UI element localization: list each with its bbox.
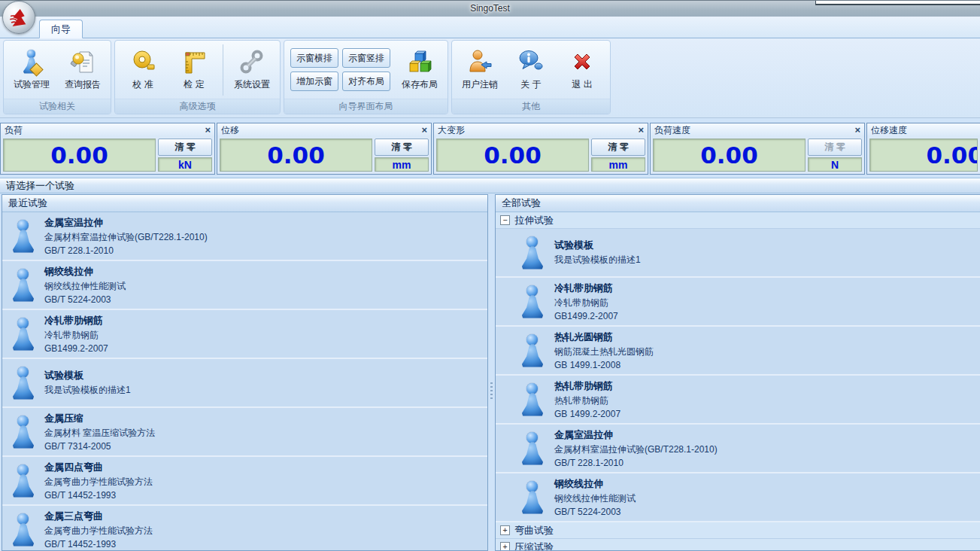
test-standard: GB/T 14452-1993 [44,490,153,501]
tree-node-bending[interactable]: + 弯曲试验 [496,522,980,539]
test-desc: 热轧带肋钢筋 [554,394,620,407]
ruler-icon [181,48,207,75]
clear-zero-button[interactable]: 清 零 [158,139,212,156]
button-label: 关 于 [520,78,541,91]
list-item[interactable]: 金属四点弯曲 金属弯曲力学性能试验方法 GB/T 14452-1993 [2,457,487,506]
add-display-button[interactable]: 增加示窗 [290,72,338,91]
test-title: 试验模板 [554,239,641,252]
list-item[interactable]: 冷轧带肋钢筋 冷轧带肋钢筋 GB1499.2-2007 [2,310,487,359]
test-title: 金属四点弯曲 [44,461,153,474]
tab-wizard[interactable]: 向导 [39,20,83,38]
singotest-window: { "window": { "title": "SingoTest" }, "i… [0,0,980,551]
expand-icon[interactable]: + [500,525,510,535]
test-desc: 金属弯曲力学性能试验方法 [44,525,153,537]
list-item[interactable]: 钢绞线拉伸 钢绞线拉伸性能测试 GB/T 5224-2003 [2,261,487,310]
clear-zero-button[interactable]: 清 零 [591,139,645,156]
test-manage-button[interactable]: 试验管理 [7,46,56,94]
wrench-icon [239,48,265,75]
meter-unit: mm [591,157,645,172]
test-desc: 钢绞线拉伸性能测试 [44,280,126,293]
test-title: 试验模板 [44,369,131,382]
test-desc: 钢筋混凝土热轧光圆钢筋 [554,346,654,358]
pawn-icon [12,416,35,449]
main-panels: 最近试验 金属室温拉伸 金属材料室温拉伸试验(GB/T228.1-2010) G… [0,194,980,551]
group-label: 高级选项 [115,99,280,114]
list-item[interactable]: 金属三点弯曲 金属弯曲力学性能试验方法 GB/T 14452-1993 [2,506,487,551]
app-menu-button[interactable] [2,1,35,34]
meter-title: 负荷 [5,124,23,137]
meter-load: 负荷 × 0.00 清 零 kN [0,123,215,175]
test-standard: GB/T 14452-1993 [44,539,153,549]
clear-zero-button: 清 零 [808,139,862,156]
recent-tests-panel: 最近试验 金属室温拉伸 金属材料室温拉伸试验(GB/T228.1-2010) G… [2,194,488,551]
tree-node-tension[interactable]: − 拉伸试验 [496,212,980,229]
align-layout-button[interactable]: 对齐布局 [342,72,390,91]
group-test-related: 试验管理 查询报告 试验相关 [3,40,111,114]
all-tests-panel: 全部试验 − 拉伸试验 试验模板 我是试验模板的描述1 冷轧带肋钢筋 冷轧带肋钢… [495,194,980,551]
query-report-icon [70,48,96,75]
panel-splitter[interactable] [489,194,495,551]
list-item[interactable]: 热轧光圆钢筋 钢筋混凝土热轧光圆钢筋 GB 1499.1-2008 [496,327,980,376]
list-item[interactable]: 金属压缩 金属材料 室温压缩试验方法 GB/T 7314-2005 [2,408,487,457]
test-title: 冷轧带肋钢筋 [554,282,618,295]
test-desc: 金属材料室温拉伸试验(GB/T228.1-2010) [554,443,718,456]
system-settings-button[interactable]: 系统设置 [227,46,277,94]
close-icon[interactable]: × [205,126,211,135]
list-item[interactable]: 热轧带肋钢筋 热轧带肋钢筋 GB 1499.2-2007 [496,376,980,425]
singo-logo-icon [6,5,32,30]
background-window-edge [815,1,980,5]
button-label: 试验管理 [14,78,50,91]
clear-zero-button[interactable]: 清 零 [375,139,429,156]
test-standard: GB/T 228.1-2010 [44,245,208,256]
about-button[interactable]: 关 于 [506,46,556,94]
group-advanced-options: 校 准 检 定 [114,40,281,114]
pawn-icon [12,318,35,351]
button-label: 用户注销 [462,78,498,91]
pawn-icon [12,367,35,400]
recent-tests-header: 最近试验 [2,195,487,212]
close-icon[interactable]: × [854,126,860,135]
group-label: 试验相关 [4,99,111,114]
list-item[interactable]: 金属室温拉伸 金属材料室温拉伸试验(GB/T228.1-2010) GB/T 2… [2,212,487,261]
group-separator [223,44,223,96]
test-standard: GB1499.2-2007 [554,311,618,321]
test-standard: GB/T 7314-2005 [44,441,155,452]
list-item[interactable]: 冷轧带肋钢筋 冷轧带肋钢筋 GB1499.2-2007 [496,278,980,327]
save-layout-button[interactable]: 保存布局 [395,46,444,94]
meter-title: 负荷速度 [654,124,690,137]
test-title: 金属三点弯曲 [44,510,153,523]
exit-button[interactable]: 退 出 [557,46,607,94]
test-title: 金属压缩 [44,412,155,425]
list-item[interactable]: 试验模板 我是试验模板的描述1 [2,359,487,408]
verify-button[interactable]: 检 定 [169,46,219,94]
test-desc: 金属材料室温拉伸试验(GB/T228.1-2010) [44,231,208,244]
list-item[interactable]: 金属室温拉伸 金属材料室温拉伸试验(GB/T228.1-2010) GB/T 2… [496,425,980,473]
expand-icon[interactable]: + [500,542,510,551]
display-vertical-button[interactable]: 示窗竖排 [342,48,390,68]
collapse-icon[interactable]: − [500,215,510,225]
test-title: 冷轧带肋钢筋 [44,314,108,327]
tree-node-label: 拉伸试验 [514,214,554,227]
group-other: 用户注销 关 于 [451,40,611,114]
tree-node-compression[interactable]: + 压缩试验 [496,539,980,551]
button-label: 校 准 [132,78,153,91]
user-logout-button[interactable]: 用户注销 [455,46,505,94]
pawn-icon [12,269,35,302]
meter-row: 负荷 × 0.00 清 零 kN 位移 × 0.00 清 零 mm 大变形 × [0,123,980,175]
close-icon[interactable]: × [421,126,427,135]
button-label: 检 定 [184,78,204,91]
close-icon[interactable]: × [638,126,644,135]
splitter-grip-icon [490,382,493,400]
meter-displacement: 位移 × 0.00 清 零 mm [217,123,432,175]
pawn-icon [12,220,35,253]
meter-value: 0.00 [3,139,156,172]
test-title: 热轧光圆钢筋 [554,330,654,344]
button-label: 系统设置 [234,78,270,91]
list-item[interactable]: 试验模板 我是试验模板的描述1 [496,229,980,278]
meter-title: 位移速度 [871,124,907,137]
calibrate-button[interactable]: 校 准 [118,46,168,94]
query-report-button[interactable]: 查询报告 [58,46,108,94]
button-label: 查询报告 [65,78,101,91]
display-horizontal-button[interactable]: 示窗横排 [290,48,338,68]
list-item[interactable]: 钢绞线拉伸 钢绞线拉伸性能测试 GB/T 5224-2003 [496,473,980,522]
